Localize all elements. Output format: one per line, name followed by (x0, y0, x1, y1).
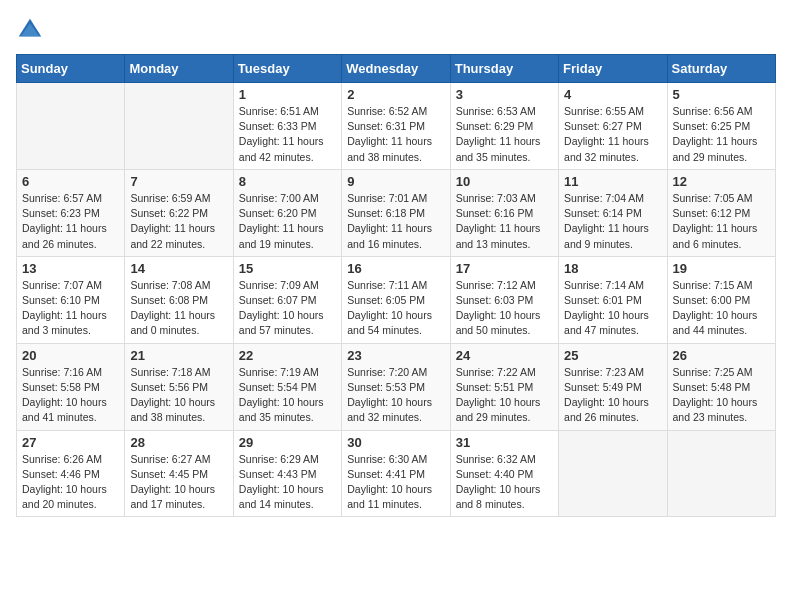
day-number: 22 (239, 348, 336, 363)
week-row-5: 27Sunrise: 6:26 AM Sunset: 4:46 PM Dayli… (17, 430, 776, 517)
calendar-cell: 4Sunrise: 6:55 AM Sunset: 6:27 PM Daylig… (559, 83, 667, 170)
calendar-cell: 14Sunrise: 7:08 AM Sunset: 6:08 PM Dayli… (125, 256, 233, 343)
day-number: 23 (347, 348, 444, 363)
day-number: 25 (564, 348, 661, 363)
calendar-cell (17, 83, 125, 170)
cell-info: Sunrise: 6:27 AM Sunset: 4:45 PM Dayligh… (130, 452, 227, 513)
cell-info: Sunrise: 7:16 AM Sunset: 5:58 PM Dayligh… (22, 365, 119, 426)
calendar-cell: 3Sunrise: 6:53 AM Sunset: 6:29 PM Daylig… (450, 83, 558, 170)
calendar-cell: 16Sunrise: 7:11 AM Sunset: 6:05 PM Dayli… (342, 256, 450, 343)
cell-info: Sunrise: 7:00 AM Sunset: 6:20 PM Dayligh… (239, 191, 336, 252)
day-number: 30 (347, 435, 444, 450)
day-header-thursday: Thursday (450, 55, 558, 83)
cell-info: Sunrise: 7:11 AM Sunset: 6:05 PM Dayligh… (347, 278, 444, 339)
day-number: 1 (239, 87, 336, 102)
cell-info: Sunrise: 6:52 AM Sunset: 6:31 PM Dayligh… (347, 104, 444, 165)
day-number: 19 (673, 261, 770, 276)
calendar-cell: 21Sunrise: 7:18 AM Sunset: 5:56 PM Dayli… (125, 343, 233, 430)
calendar-cell: 17Sunrise: 7:12 AM Sunset: 6:03 PM Dayli… (450, 256, 558, 343)
day-number: 11 (564, 174, 661, 189)
day-number: 31 (456, 435, 553, 450)
calendar-cell: 12Sunrise: 7:05 AM Sunset: 6:12 PM Dayli… (667, 169, 775, 256)
calendar-cell: 5Sunrise: 6:56 AM Sunset: 6:25 PM Daylig… (667, 83, 775, 170)
day-header-tuesday: Tuesday (233, 55, 341, 83)
cell-info: Sunrise: 7:08 AM Sunset: 6:08 PM Dayligh… (130, 278, 227, 339)
day-number: 7 (130, 174, 227, 189)
day-number: 8 (239, 174, 336, 189)
calendar-cell: 29Sunrise: 6:29 AM Sunset: 4:43 PM Dayli… (233, 430, 341, 517)
day-number: 24 (456, 348, 553, 363)
cell-info: Sunrise: 6:53 AM Sunset: 6:29 PM Dayligh… (456, 104, 553, 165)
day-number: 18 (564, 261, 661, 276)
day-header-saturday: Saturday (667, 55, 775, 83)
cell-info: Sunrise: 7:12 AM Sunset: 6:03 PM Dayligh… (456, 278, 553, 339)
day-number: 10 (456, 174, 553, 189)
cell-info: Sunrise: 6:29 AM Sunset: 4:43 PM Dayligh… (239, 452, 336, 513)
cell-info: Sunrise: 6:51 AM Sunset: 6:33 PM Dayligh… (239, 104, 336, 165)
calendar-cell: 13Sunrise: 7:07 AM Sunset: 6:10 PM Dayli… (17, 256, 125, 343)
week-row-2: 6Sunrise: 6:57 AM Sunset: 6:23 PM Daylig… (17, 169, 776, 256)
calendar-cell: 24Sunrise: 7:22 AM Sunset: 5:51 PM Dayli… (450, 343, 558, 430)
cell-info: Sunrise: 6:57 AM Sunset: 6:23 PM Dayligh… (22, 191, 119, 252)
calendar-cell: 11Sunrise: 7:04 AM Sunset: 6:14 PM Dayli… (559, 169, 667, 256)
calendar-cell: 15Sunrise: 7:09 AM Sunset: 6:07 PM Dayli… (233, 256, 341, 343)
logo-icon (16, 16, 44, 44)
cell-info: Sunrise: 7:01 AM Sunset: 6:18 PM Dayligh… (347, 191, 444, 252)
day-number: 17 (456, 261, 553, 276)
day-number: 15 (239, 261, 336, 276)
calendar-cell: 19Sunrise: 7:15 AM Sunset: 6:00 PM Dayli… (667, 256, 775, 343)
calendar-body: 1Sunrise: 6:51 AM Sunset: 6:33 PM Daylig… (17, 83, 776, 517)
calendar-cell: 26Sunrise: 7:25 AM Sunset: 5:48 PM Dayli… (667, 343, 775, 430)
day-number: 2 (347, 87, 444, 102)
calendar-cell: 20Sunrise: 7:16 AM Sunset: 5:58 PM Dayli… (17, 343, 125, 430)
calendar-cell: 1Sunrise: 6:51 AM Sunset: 6:33 PM Daylig… (233, 83, 341, 170)
day-number: 5 (673, 87, 770, 102)
week-row-4: 20Sunrise: 7:16 AM Sunset: 5:58 PM Dayli… (17, 343, 776, 430)
week-row-1: 1Sunrise: 6:51 AM Sunset: 6:33 PM Daylig… (17, 83, 776, 170)
day-number: 26 (673, 348, 770, 363)
day-header-sunday: Sunday (17, 55, 125, 83)
cell-info: Sunrise: 7:18 AM Sunset: 5:56 PM Dayligh… (130, 365, 227, 426)
cell-info: Sunrise: 7:07 AM Sunset: 6:10 PM Dayligh… (22, 278, 119, 339)
cell-info: Sunrise: 7:19 AM Sunset: 5:54 PM Dayligh… (239, 365, 336, 426)
calendar-cell: 8Sunrise: 7:00 AM Sunset: 6:20 PM Daylig… (233, 169, 341, 256)
calendar-cell: 18Sunrise: 7:14 AM Sunset: 6:01 PM Dayli… (559, 256, 667, 343)
calendar-table: SundayMondayTuesdayWednesdayThursdayFrid… (16, 54, 776, 517)
cell-info: Sunrise: 6:56 AM Sunset: 6:25 PM Dayligh… (673, 104, 770, 165)
calendar-cell (559, 430, 667, 517)
day-number: 9 (347, 174, 444, 189)
calendar-cell (667, 430, 775, 517)
day-number: 29 (239, 435, 336, 450)
day-number: 4 (564, 87, 661, 102)
day-number: 21 (130, 348, 227, 363)
day-header-friday: Friday (559, 55, 667, 83)
page-header (16, 16, 776, 44)
header-row: SundayMondayTuesdayWednesdayThursdayFrid… (17, 55, 776, 83)
cell-info: Sunrise: 6:55 AM Sunset: 6:27 PM Dayligh… (564, 104, 661, 165)
cell-info: Sunrise: 7:25 AM Sunset: 5:48 PM Dayligh… (673, 365, 770, 426)
day-header-wednesday: Wednesday (342, 55, 450, 83)
calendar-cell: 30Sunrise: 6:30 AM Sunset: 4:41 PM Dayli… (342, 430, 450, 517)
week-row-3: 13Sunrise: 7:07 AM Sunset: 6:10 PM Dayli… (17, 256, 776, 343)
cell-info: Sunrise: 7:23 AM Sunset: 5:49 PM Dayligh… (564, 365, 661, 426)
calendar-cell: 23Sunrise: 7:20 AM Sunset: 5:53 PM Dayli… (342, 343, 450, 430)
calendar-cell: 6Sunrise: 6:57 AM Sunset: 6:23 PM Daylig… (17, 169, 125, 256)
cell-info: Sunrise: 6:26 AM Sunset: 4:46 PM Dayligh… (22, 452, 119, 513)
cell-info: Sunrise: 7:05 AM Sunset: 6:12 PM Dayligh… (673, 191, 770, 252)
cell-info: Sunrise: 7:03 AM Sunset: 6:16 PM Dayligh… (456, 191, 553, 252)
logo (16, 16, 48, 44)
day-number: 13 (22, 261, 119, 276)
calendar-cell: 31Sunrise: 6:32 AM Sunset: 4:40 PM Dayli… (450, 430, 558, 517)
calendar-cell (125, 83, 233, 170)
day-number: 28 (130, 435, 227, 450)
day-number: 20 (22, 348, 119, 363)
day-number: 27 (22, 435, 119, 450)
calendar-cell: 27Sunrise: 6:26 AM Sunset: 4:46 PM Dayli… (17, 430, 125, 517)
calendar-cell: 22Sunrise: 7:19 AM Sunset: 5:54 PM Dayli… (233, 343, 341, 430)
cell-info: Sunrise: 6:59 AM Sunset: 6:22 PM Dayligh… (130, 191, 227, 252)
cell-info: Sunrise: 7:15 AM Sunset: 6:00 PM Dayligh… (673, 278, 770, 339)
cell-info: Sunrise: 6:30 AM Sunset: 4:41 PM Dayligh… (347, 452, 444, 513)
cell-info: Sunrise: 7:22 AM Sunset: 5:51 PM Dayligh… (456, 365, 553, 426)
day-number: 6 (22, 174, 119, 189)
calendar-header: SundayMondayTuesdayWednesdayThursdayFrid… (17, 55, 776, 83)
